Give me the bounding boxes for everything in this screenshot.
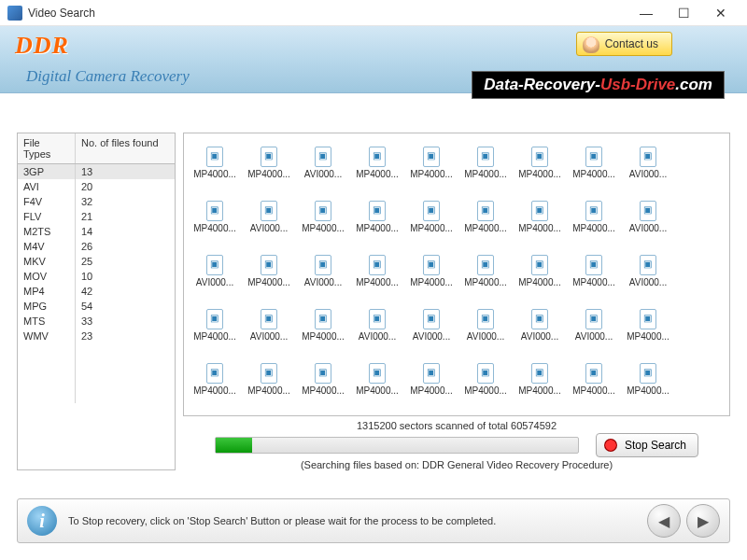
file-name: MP4000... — [302, 385, 345, 396]
file-item[interactable]: MP4000... — [242, 356, 296, 410]
file-item[interactable]: MP4000... — [458, 356, 513, 410]
video-file-icon — [477, 255, 494, 275]
video-file-icon — [531, 147, 548, 167]
cell-type: AVI — [18, 179, 76, 194]
table-row[interactable]: MP442 — [18, 284, 175, 299]
video-file-icon — [369, 363, 386, 384]
file-item[interactable]: MP4000... — [188, 301, 242, 356]
table-row[interactable]: F4V32 — [18, 194, 175, 209]
table-row[interactable]: FLV21 — [18, 209, 175, 224]
next-button[interactable]: ▶ — [686, 504, 720, 538]
file-item[interactable]: MP4000... — [567, 139, 621, 193]
file-name: MP4000... — [410, 223, 453, 233]
file-item[interactable]: MP4000... — [296, 356, 350, 410]
file-item[interactable]: MP4000... — [513, 356, 567, 410]
table-row[interactable]: M2TS14 — [18, 224, 175, 239]
video-file-icon — [315, 363, 331, 384]
file-item[interactable]: MP4000... — [621, 356, 675, 410]
file-name: MP4000... — [627, 331, 669, 342]
col-file-types[interactable]: File Types — [18, 133, 76, 163]
file-name: MP4000... — [572, 385, 615, 396]
file-item[interactable]: MP4000... — [296, 193, 350, 247]
col-file-count[interactable]: No. of files found — [76, 133, 175, 163]
maximize-button[interactable]: ☐ — [665, 0, 702, 26]
file-item[interactable]: MP4000... — [567, 193, 621, 247]
file-item[interactable]: MP4000... — [188, 193, 242, 247]
file-item[interactable]: AVI000... — [458, 301, 513, 356]
stop-label: Stop Search — [625, 439, 686, 452]
video-file-icon — [369, 201, 386, 221]
file-item[interactable]: AVI000... — [296, 247, 350, 301]
table-row[interactable]: MKV25 — [18, 254, 175, 269]
video-file-icon — [640, 309, 656, 329]
file-item[interactable]: MP4000... — [188, 410, 242, 416]
video-file-icon — [585, 363, 602, 384]
file-item[interactable]: MP4000... — [350, 193, 404, 247]
file-item[interactable]: MP4000... — [513, 139, 567, 193]
file-item[interactable]: MP4000... — [458, 193, 513, 247]
file-item[interactable]: AVI000... — [513, 301, 567, 356]
file-item[interactable]: MP4000... — [567, 356, 621, 410]
file-item[interactable]: AVI000... — [242, 301, 296, 356]
file-name: MP4000... — [193, 169, 236, 179]
file-item[interactable]: MP4000... — [404, 193, 458, 247]
file-item[interactable]: MP4000... — [404, 356, 458, 410]
file-item[interactable]: AVI000... — [188, 247, 242, 301]
minimize-button[interactable]: — — [627, 0, 665, 26]
file-item[interactable]: AVI000... — [567, 301, 621, 356]
file-item[interactable]: MP4000... — [458, 247, 513, 301]
cell-count: 20 — [76, 179, 175, 194]
file-item[interactable]: MP4000... — [458, 139, 513, 193]
table-row[interactable]: M4V26 — [18, 239, 175, 254]
file-item[interactable]: MP4000... — [513, 193, 567, 247]
table-row[interactable]: WMV23 — [18, 329, 175, 343]
cell-count: 21 — [76, 209, 175, 224]
back-button[interactable]: ◀ — [647, 504, 681, 538]
file-name: MP4000... — [518, 277, 561, 287]
file-item[interactable]: AVI000... — [296, 139, 350, 193]
file-item[interactable]: MP4000... — [188, 139, 242, 193]
file-name: AVI000... — [413, 331, 450, 342]
video-file-icon — [315, 309, 331, 329]
file-item[interactable]: MP4000... — [350, 247, 404, 301]
file-item[interactable]: MP4000... — [242, 139, 296, 193]
video-file-icon — [315, 147, 331, 167]
table-row[interactable]: MOV10 — [18, 269, 175, 284]
file-item[interactable]: MP4000... — [296, 301, 350, 356]
table-row[interactable]: AVI20 — [18, 179, 175, 194]
file-item[interactable]: AVI000... — [350, 301, 404, 356]
stop-search-button[interactable]: Stop Search — [596, 433, 698, 457]
cell-count: 25 — [76, 254, 175, 269]
file-item[interactable]: MP4000... — [350, 356, 404, 410]
file-item[interactable]: AVI000... — [404, 301, 458, 356]
video-file-icon — [531, 363, 548, 384]
cell-count: 33 — [76, 314, 175, 329]
close-button[interactable]: ✕ — [702, 0, 740, 26]
file-item[interactable]: MP4000... — [567, 247, 621, 301]
file-name: MP4000... — [518, 223, 561, 233]
file-item[interactable]: AVI000... — [621, 139, 675, 193]
contact-us-button[interactable]: Contact us — [576, 32, 672, 56]
file-item[interactable]: MP4000... — [621, 301, 675, 356]
cell-type: MKV — [18, 254, 76, 269]
file-item[interactable]: AVI000... — [621, 193, 675, 247]
file-item[interactable]: AVI000... — [621, 247, 675, 301]
file-grid[interactable]: MP4000...MP4000...AVI000...MP4000...MP40… — [183, 133, 730, 416]
file-name: MP4000... — [193, 331, 236, 342]
file-item[interactable]: MP4000... — [350, 139, 404, 193]
cell-type: 3GP — [18, 164, 76, 179]
file-item[interactable]: MP4000... — [242, 410, 296, 416]
file-name: AVI000... — [196, 277, 233, 287]
table-row[interactable]: 3GP13 — [18, 164, 175, 179]
table-row[interactable]: MPG54 — [18, 299, 175, 314]
video-file-icon — [477, 147, 494, 167]
file-item[interactable]: MP4000... — [513, 247, 567, 301]
file-name: MP4000... — [247, 385, 290, 396]
file-item[interactable]: MP4000... — [404, 247, 458, 301]
file-item[interactable]: MP4000... — [242, 247, 296, 301]
file-item[interactable]: MP4000... — [188, 356, 242, 410]
table-row[interactable]: MTS33 — [18, 314, 175, 329]
video-file-icon — [585, 255, 602, 275]
file-item[interactable]: AVI000... — [242, 193, 296, 247]
file-item[interactable]: MP4000... — [404, 139, 458, 193]
